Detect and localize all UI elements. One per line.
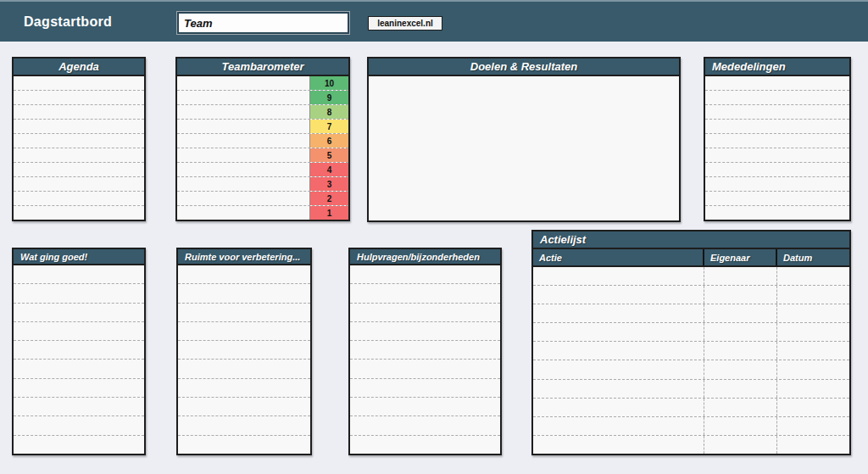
- datum-cell[interactable]: [777, 417, 849, 435]
- writable-line[interactable]: [14, 265, 144, 284]
- actie-cell[interactable]: [533, 399, 704, 416]
- actie-cell[interactable]: [533, 286, 704, 304]
- datum-cell[interactable]: [777, 323, 849, 341]
- writable-line[interactable]: [14, 284, 144, 303]
- barometer-writable-cell[interactable]: [177, 177, 309, 191]
- doelen-notes-area[interactable]: [369, 76, 679, 220]
- writable-line[interactable]: [14, 416, 144, 435]
- actie-cell[interactable]: [533, 436, 704, 454]
- writable-line[interactable]: [178, 436, 310, 454]
- barometer-writable-cell[interactable]: [177, 163, 309, 176]
- datum-cell[interactable]: [777, 286, 849, 304]
- actie-cell[interactable]: [533, 304, 704, 322]
- writable-line[interactable]: [178, 284, 310, 303]
- datum-cell[interactable]: [777, 267, 849, 285]
- writable-line[interactable]: [178, 398, 310, 416]
- writable-line[interactable]: [350, 379, 500, 398]
- actie-cell[interactable]: [533, 342, 704, 360]
- writable-line[interactable]: [178, 341, 310, 360]
- eigenaar-cell[interactable]: [704, 342, 777, 360]
- wat-ging-goed-lines[interactable]: [14, 265, 144, 454]
- datum-cell[interactable]: [777, 380, 849, 398]
- actie-cell[interactable]: [533, 360, 704, 378]
- writable-line[interactable]: [705, 105, 849, 120]
- writable-line[interactable]: [14, 177, 144, 192]
- writable-line[interactable]: [705, 192, 849, 206]
- writable-line[interactable]: [350, 436, 500, 454]
- datum-cell[interactable]: [777, 399, 849, 416]
- writable-line[interactable]: [14, 148, 144, 163]
- writable-line[interactable]: [705, 120, 849, 134]
- writable-line[interactable]: [14, 304, 144, 322]
- actie-cell[interactable]: [533, 323, 704, 341]
- barometer-writable-cell[interactable]: [177, 148, 309, 162]
- eigenaar-cell[interactable]: [704, 304, 777, 322]
- barometer-writable-cell[interactable]: [177, 206, 309, 220]
- barometer-writable-cell[interactable]: [177, 91, 309, 104]
- agenda-lines[interactable]: [14, 76, 144, 220]
- leaninexcel-link-button[interactable]: leaninexcel.nl: [368, 16, 442, 31]
- barometer-writable-cell[interactable]: [177, 105, 309, 119]
- writable-line[interactable]: [350, 284, 500, 303]
- teambarometer-rows[interactable]: 10987654321: [177, 76, 348, 220]
- writable-line[interactable]: [178, 265, 310, 284]
- actie-cell[interactable]: [533, 380, 704, 398]
- barometer-writable-cell[interactable]: [177, 76, 309, 90]
- writable-line[interactable]: [705, 177, 849, 192]
- writable-line[interactable]: [14, 134, 144, 148]
- team-name-input[interactable]: [176, 11, 350, 35]
- eigenaar-cell[interactable]: [704, 286, 777, 304]
- writable-line[interactable]: [14, 76, 144, 91]
- writable-line[interactable]: [178, 379, 310, 398]
- eigenaar-cell[interactable]: [704, 267, 777, 285]
- hulpvragen-lines[interactable]: [350, 265, 500, 454]
- actie-cell[interactable]: [533, 417, 704, 435]
- writable-line[interactable]: [14, 398, 144, 416]
- eigenaar-cell[interactable]: [704, 417, 777, 435]
- writable-line[interactable]: [705, 91, 849, 105]
- datum-cell[interactable]: [777, 436, 849, 454]
- writable-line[interactable]: [350, 304, 500, 322]
- eigenaar-cell[interactable]: [704, 399, 777, 416]
- actie-cell[interactable]: [533, 267, 704, 285]
- writable-line[interactable]: [705, 76, 849, 91]
- writable-line[interactable]: [14, 105, 144, 120]
- barometer-writable-cell[interactable]: [177, 134, 309, 148]
- actielijst-rows[interactable]: [533, 267, 849, 454]
- writable-line[interactable]: [705, 134, 849, 148]
- writable-line[interactable]: [14, 120, 144, 134]
- writable-line[interactable]: [14, 192, 144, 206]
- barometer-writable-cell[interactable]: [177, 192, 309, 205]
- writable-line[interactable]: [350, 360, 500, 378]
- writable-line[interactable]: [178, 416, 310, 435]
- writable-line[interactable]: [14, 163, 144, 177]
- writable-line[interactable]: [350, 398, 500, 416]
- writable-line[interactable]: [14, 360, 144, 378]
- writable-line[interactable]: [178, 304, 310, 322]
- writable-line[interactable]: [14, 322, 144, 341]
- writable-line[interactable]: [14, 206, 144, 220]
- writable-line[interactable]: [14, 91, 144, 105]
- writable-line[interactable]: [14, 379, 144, 398]
- barometer-writable-cell[interactable]: [177, 120, 309, 133]
- mededelingen-lines[interactable]: [705, 76, 849, 220]
- writable-line[interactable]: [350, 322, 500, 341]
- datum-cell[interactable]: [777, 360, 849, 378]
- ruimte-lines[interactable]: [178, 265, 310, 454]
- writable-line[interactable]: [705, 148, 849, 163]
- eigenaar-cell[interactable]: [704, 360, 777, 378]
- eigenaar-cell[interactable]: [704, 323, 777, 341]
- datum-cell[interactable]: [777, 342, 849, 360]
- writable-line[interactable]: [350, 416, 500, 435]
- writable-line[interactable]: [14, 436, 144, 454]
- writable-line[interactable]: [350, 341, 500, 360]
- writable-line[interactable]: [705, 206, 849, 220]
- writable-line[interactable]: [178, 322, 310, 341]
- datum-cell[interactable]: [777, 304, 849, 322]
- writable-line[interactable]: [350, 265, 500, 284]
- writable-line[interactable]: [178, 360, 310, 378]
- eigenaar-cell[interactable]: [704, 436, 777, 454]
- writable-line[interactable]: [14, 341, 144, 360]
- writable-line[interactable]: [705, 163, 849, 177]
- eigenaar-cell[interactable]: [704, 380, 777, 398]
